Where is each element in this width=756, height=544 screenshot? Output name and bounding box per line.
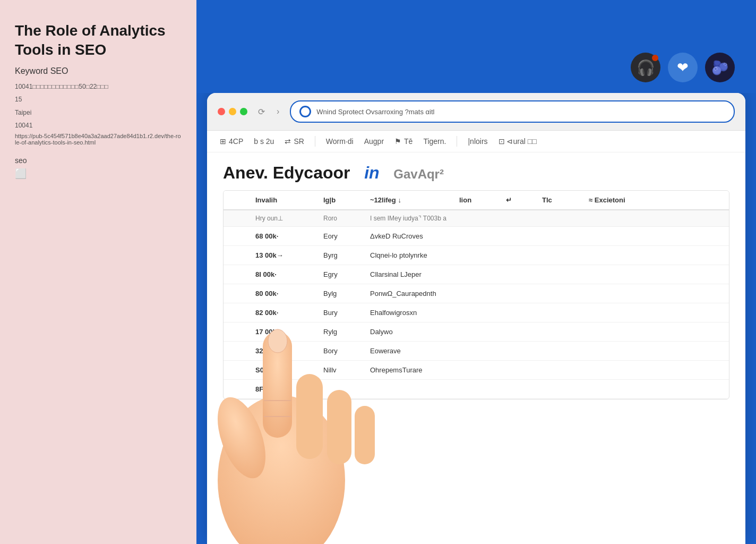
th-3[interactable]: ~12lifeg ↓ (370, 196, 455, 204)
table-row[interactable]: 68 00k· Eory ΔvkeD RuCroves (224, 227, 729, 246)
row-1-col2: Byrg (323, 251, 366, 259)
sidebar: The Role of Analytics Tools in SEO Keywo… (0, 0, 196, 544)
subh-2: Roro (323, 215, 366, 222)
th-4[interactable]: lion (459, 196, 502, 204)
row-1-vol: 13 00k→ (255, 251, 319, 259)
svg-point-5 (208, 391, 275, 484)
table-subheader: Hry oun⊥ Roro I sem IMey iudya⌝ T003b a (224, 210, 729, 227)
table-row[interactable]: 32 00k· Bory Eowerave (224, 342, 729, 361)
top-icon-group: 🎧 ❤ 🫐 (631, 53, 735, 82)
page-url: https://pub-5c454f571b8e40a3a2aad27ade84… (15, 133, 182, 146)
table-header: Invalih lg|b ~12lifeg ↓ lion ↵ (224, 191, 729, 210)
th-6[interactable]: Tlc (542, 196, 585, 204)
minimize-button[interactable] (229, 108, 236, 115)
toolbar-item-0[interactable]: ⊞ 4CP (220, 137, 243, 146)
toolbar-item-4[interactable]: Augpr (364, 137, 384, 146)
heart-icon[interactable]: ❤ (668, 53, 698, 82)
table-row[interactable]: 80 00k· Bylg PonwΩ_Caurapednth (224, 284, 729, 303)
th-7[interactable]: ≈ Excietoni (589, 196, 695, 204)
row-0-col2: Eory (323, 232, 366, 240)
th-1[interactable]: Invalih (255, 196, 319, 204)
toolbar-label-2: SR (294, 137, 304, 146)
th-label-7: ≈ Excietoni (589, 196, 625, 204)
top-bar: 🎧 ❤ 🫐 (196, 0, 756, 93)
toolbar-divider-1 (315, 136, 315, 147)
berry-icon[interactable]: 🫐 (705, 53, 735, 82)
row-2-col2: Egry (323, 270, 366, 278)
svg-rect-3 (327, 390, 351, 464)
seo-label: seo (15, 156, 182, 165)
row-4-col2: Bury (323, 309, 366, 317)
table-row[interactable]: 82 00k· Bury Ehalfowigrosxn (224, 303, 729, 322)
share-icon: ⇄ (285, 137, 291, 146)
browser-chrome: ⟳ › Wnind Sprotect Ovsarroxing ?mats αit… (207, 93, 745, 131)
row-5-col3: Dalywo (370, 328, 455, 336)
th-2[interactable]: lg|b (323, 196, 366, 204)
browser-window: ⟳ › Wnind Sprotect Ovsarroxing ?mats αit… (207, 93, 745, 544)
th-label-2: lg|b (323, 196, 336, 204)
close-button[interactable] (218, 108, 225, 115)
toolbar-item-3[interactable]: Worm·di (326, 137, 354, 146)
toolbar-label-1: b s 2u (254, 137, 274, 146)
notification-dot (652, 55, 658, 61)
keyword-label: Keyword SEO (15, 66, 182, 76)
row-3-vol: 80 00k· (255, 290, 319, 298)
nav-forward-icon[interactable]: › (273, 105, 282, 118)
nav-back-icon[interactable]: ⟳ (255, 105, 268, 119)
toolbar-item-1[interactable]: b s 2u (254, 137, 274, 146)
title-part3: GavAqr² (393, 167, 444, 181)
row-5-col2: Rylg (323, 328, 366, 336)
toolbar-item-6[interactable]: Tigern. (423, 137, 446, 146)
row-4-col3: Ehalfowigrosxn (370, 309, 455, 317)
row-7-vol: S0 00k· (255, 366, 319, 374)
main-area: 🎧 ❤ 🫐 ⟳ › (196, 0, 756, 544)
row-4-vol: 82 00k· (255, 309, 319, 317)
traffic-lights (218, 108, 247, 115)
subh-0 (230, 215, 251, 222)
svg-point-0 (218, 395, 345, 544)
maximize-button[interactable] (240, 108, 247, 115)
th-label-4: lion (459, 196, 471, 204)
browser-toolbar: ⊞ 4CP b s 2u ⇄ SR Worm·di Augpr ⚑ Tē (207, 131, 745, 152)
row-3-col3: PonwΩ_Caurapednth (370, 290, 455, 298)
table-row[interactable]: 17 00k· Rylg Dalywo (224, 322, 729, 342)
toolbar-label-3: Worm·di (326, 137, 354, 146)
title-part2: in (364, 163, 379, 182)
toolbar-item-2[interactable]: ⇄ SR (285, 137, 304, 146)
subh-3: I sem IMey iudya⌝ T003b a (370, 215, 502, 222)
row-2-vol: 8I 00k· (255, 270, 319, 278)
flag-icon: ⚑ (394, 137, 401, 146)
row-0-col3: ΔvkeD RuCroves (370, 232, 455, 240)
browser-nav: ⟳ › (255, 105, 282, 119)
table-row[interactable]: 8I 00k· Egry Cllarsinal LJeper (224, 265, 729, 284)
address-bar[interactable]: Wnind Sprotect Ovsarroxing ?mats αitl (290, 100, 735, 123)
row-3-col2: Bylg (323, 290, 366, 298)
toolbar-label-0: 4CP (229, 137, 243, 146)
toolbar-item-8[interactable]: ⊡ ⊲ural □□ (499, 137, 537, 146)
headphone-icon[interactable]: 🎧 (631, 53, 660, 82)
svg-rect-4 (355, 406, 375, 464)
toolbar-divider-2 (457, 136, 457, 147)
row-8-vol: 8F 00k· (255, 385, 319, 393)
row-7-col3: OhrepemsTurare (370, 366, 455, 374)
toolbar-item-5[interactable]: ⚑ Tē (394, 137, 413, 146)
subh-5 (542, 215, 585, 222)
content-heading: Anev. Edycaoor in GavAqr² (223, 163, 729, 183)
row-5-vol: 17 00k· (255, 328, 319, 336)
toolbar-label-7: |nloirs (468, 137, 487, 146)
table-row[interactable]: 8F 00k· (224, 380, 729, 399)
subh-6 (589, 215, 695, 222)
th-5[interactable]: ↵ (506, 196, 538, 204)
content-title: Anev. Edycaoor in GavAqr² (223, 163, 444, 182)
table-row[interactable]: S0 00k· Nillv OhrepemsTurare (224, 361, 729, 380)
subh-4 (506, 215, 538, 222)
table-row[interactable]: 13 00k→ Byrg Clqnei-lo ptolynrke (224, 246, 729, 265)
th-label-1: Invalih (255, 196, 277, 204)
toolbar-label-6: Tigern. (423, 137, 446, 146)
row-6-vol: 32 00k· (255, 347, 319, 355)
meta-line3: Taipei (15, 107, 182, 118)
toolbar-item-7[interactable]: |nloirs (468, 137, 487, 146)
row-6-col2: Bory (323, 347, 366, 355)
copy-icon[interactable]: ⬜ (15, 168, 182, 180)
th-label-5: ↵ (506, 196, 512, 204)
